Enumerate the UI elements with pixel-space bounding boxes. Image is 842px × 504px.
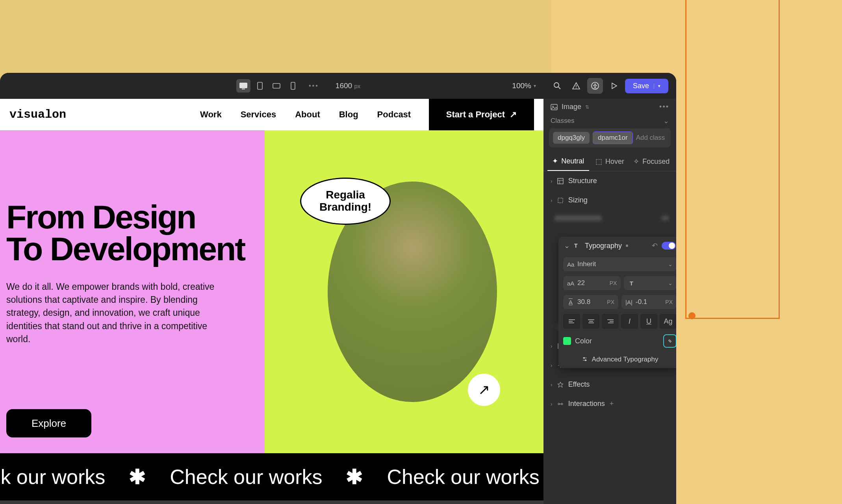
more-icon[interactable]: ••• [659, 103, 669, 111]
chevron-right-icon: › [551, 178, 553, 184]
save-button[interactable]: Save ▾ [625, 79, 668, 93]
classes-dropdown-icon[interactable]: ⌄ [663, 117, 669, 125]
svg-point-22 [561, 403, 563, 405]
text-format-row: I U Ag [558, 311, 676, 331]
align-left-button[interactable] [563, 314, 580, 329]
text-color-row[interactable]: Color [558, 331, 676, 351]
state-tab-focused[interactable]: ✧ Focused [631, 152, 672, 171]
state-tab-neutral[interactable]: ✦ Neutral [547, 152, 589, 171]
nav-link-services[interactable]: Services [241, 109, 276, 120]
arrow-up-right-icon: ↗ [510, 109, 517, 120]
line-height-input[interactable]: A 30.8 PX [563, 295, 618, 309]
site-logo[interactable]: visualon [9, 108, 66, 121]
editor-window: ••• 1600 px 100% ▾ Save ▾ [0, 73, 676, 504]
state-tab-hover[interactable]: ⬚ Hover [589, 152, 631, 171]
device-desktop-button[interactable] [236, 79, 250, 93]
plus-icon: + [610, 400, 614, 408]
preview-button[interactable] [606, 78, 622, 94]
section-interactions[interactable]: › Interactions + [543, 394, 676, 413]
canvas-width-unit: px [354, 83, 360, 89]
typography-title: Typography [585, 242, 622, 250]
marquee-bar: Check our works ✱ Check our works ✱ Chec… [0, 453, 543, 500]
svg-point-35 [583, 357, 585, 359]
sliders-icon [582, 356, 588, 363]
svg-point-10 [594, 83, 596, 85]
start-project-button[interactable]: Start a Project ↗ [429, 99, 534, 130]
device-mobile-button[interactable] [286, 79, 300, 93]
nav-link-podcast[interactable]: Podcast [377, 109, 411, 120]
font-weight-select[interactable]: T ⌄ [624, 276, 676, 290]
nav-link-about[interactable]: About [295, 109, 320, 120]
typography-toggle[interactable] [662, 242, 676, 250]
device-tablet-portrait-button[interactable] [253, 79, 267, 93]
warnings-button[interactable] [568, 78, 584, 94]
nav-link-blog[interactable]: Blog [339, 109, 358, 120]
letter-spacing-unit: PX [665, 299, 673, 305]
search-icon [553, 82, 561, 90]
color-link-button[interactable] [663, 334, 676, 348]
chevron-right-icon: › [551, 401, 553, 407]
state-tabs: ✦ Neutral ⬚ Hover ✧ Focused [543, 152, 676, 171]
svg-point-5 [554, 83, 559, 87]
color-swatch[interactable] [563, 337, 571, 345]
class-pill[interactable]: dpgq3gly [553, 132, 590, 144]
neutral-icon: ✦ [552, 157, 558, 165]
color-label: Color [575, 337, 592, 345]
hero-title: From Design To Development [6, 201, 258, 265]
align-left-icon [569, 319, 575, 324]
undo-icon[interactable]: ↶ [652, 241, 658, 250]
typography-icon: T [574, 243, 581, 249]
canvas-width-display[interactable]: 1600 px [336, 82, 360, 90]
selected-element-row[interactable]: Image ⇅ ••• [543, 99, 676, 115]
focused-icon: ✧ [633, 157, 639, 166]
hero-title-line2: To Development [6, 233, 258, 265]
tablet-landscape-icon [273, 83, 280, 89]
font-family-select[interactable]: Aa Inherit ⌄ [563, 257, 676, 271]
italic-button[interactable]: I [621, 314, 638, 329]
case-icon: Ag [664, 317, 672, 326]
section-sizing[interactable]: › Sizing [543, 191, 676, 210]
accessibility-button[interactable] [587, 78, 603, 94]
design-canvas[interactable]: visualon Work Services About Blog Podcas… [0, 99, 543, 504]
chevron-right-icon: › [551, 362, 553, 369]
font-size-unit: PX [610, 280, 617, 286]
typography-header[interactable]: ⌄ T Typography ↶ [558, 237, 676, 255]
section-structure[interactable]: › Structure [543, 171, 676, 191]
svg-line-6 [558, 87, 560, 89]
svg-rect-13 [558, 178, 563, 184]
svg-rect-0 [239, 83, 247, 88]
zoom-control[interactable]: 100% ▾ [512, 82, 536, 90]
chevron-right-icon: › [551, 324, 553, 330]
classes-input[interactable]: dpgq3gly dpamc1or Add class [549, 128, 671, 147]
letter-spacing-input[interactable]: |A| -0.1 PX [621, 295, 676, 309]
align-right-button[interactable] [602, 314, 619, 329]
align-center-button[interactable] [582, 314, 599, 329]
site-header: visualon Work Services About Blog Podcas… [0, 99, 543, 130]
asterisk-icon: ✱ [346, 465, 363, 489]
section-effects[interactable]: › Effects [543, 375, 676, 394]
underline-button[interactable]: U [640, 314, 657, 329]
more-devices-button[interactable]: ••• [309, 82, 319, 89]
text-transform-button[interactable]: Ag [660, 314, 676, 329]
chevron-down-icon[interactable]: ▾ [654, 83, 660, 89]
cta-label: Start a Project [446, 109, 505, 120]
device-tablet-landscape-button[interactable] [269, 79, 284, 93]
hero-arrow-button[interactable]: ↗ [468, 374, 500, 406]
marquee-text: Check our works [0, 465, 105, 489]
svg-point-37 [585, 359, 586, 361]
play-icon [610, 82, 618, 89]
image-icon [551, 104, 558, 110]
nav-link-work[interactable]: Work [200, 109, 222, 120]
sizing-icon [557, 197, 564, 204]
search-button[interactable] [549, 78, 565, 94]
hero-left-panel: From Design To Development We do it all.… [0, 130, 265, 453]
advanced-typography-button[interactable]: Advanced Typography [558, 351, 676, 368]
topbar-actions: Save ▾ [549, 78, 668, 94]
class-pill[interactable]: dpamc1or [593, 132, 633, 144]
svg-rect-1 [242, 89, 245, 89]
font-size-input[interactable]: aA 22 PX [563, 276, 621, 290]
explore-button[interactable]: Explore [6, 409, 91, 437]
hero-section: From Design To Development We do it all.… [0, 130, 543, 453]
svg-text:T: T [574, 243, 578, 249]
interactions-icon [557, 401, 564, 407]
